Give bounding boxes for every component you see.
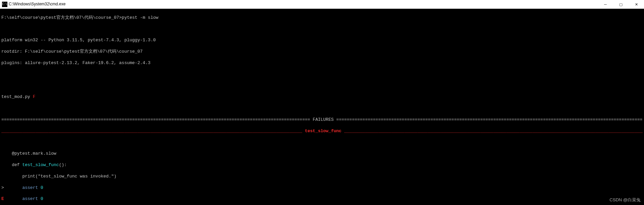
assert-kw: assert (22, 196, 38, 201)
failure-testname-divider: ________________________________________… (1, 129, 643, 134)
close-button[interactable]: ✕ (629, 0, 644, 9)
code-decorator: @pytest.mark.slow (1, 151, 643, 157)
window-title: C:\Windows\System32\cmd.exe (9, 2, 65, 7)
def-paren: (): (59, 162, 67, 167)
run-file: test_mod.py (1, 94, 33, 99)
cmd-icon: C:\ (2, 2, 7, 7)
code-assert-fail: > assert 0 (1, 185, 643, 191)
assert-marker: > (1, 185, 22, 190)
blank-line (1, 27, 643, 32)
window-titlebar: C:\ C:\Windows\System32\cmd.exe ─ ▢ ✕ (0, 0, 644, 9)
assert-kw: assert (22, 185, 38, 190)
code-error: E assert 0 (1, 196, 643, 202)
prompt-path: F:\self\course\pytest官方文档\07\代码\course_0… (1, 15, 122, 20)
platform-line: platform win32 -- Python 3.11.5, pytest-… (1, 38, 643, 43)
failures-divider: ========================================… (1, 117, 643, 123)
prompt-line: F:\self\course\pytest官方文档\07\代码\course_0… (1, 15, 643, 21)
minimize-button[interactable]: ─ (598, 0, 613, 9)
watermark: CSDN @白菜兔 (609, 197, 641, 203)
code-print: print("test_slow_func was invoked.") (1, 174, 643, 180)
run-line: test_mod.py F (1, 94, 643, 100)
blank-line (1, 72, 643, 78)
prompt-command: pytest -m slow (122, 15, 158, 20)
blank-line (1, 106, 643, 111)
def-keyword: def (1, 162, 22, 167)
terminal-body[interactable]: F:\self\course\pytest官方文档\07\代码\course_0… (0, 9, 644, 205)
blank-line (1, 140, 643, 145)
assert-val: 0 (38, 185, 43, 190)
plugins-line: plugins: allure-pytest-2.13.2, Faker-19.… (1, 60, 643, 66)
rootdir-line: rootdir: F:\self\course\pytest官方文档\07\代码… (1, 49, 643, 55)
func-name: test_slow_func (22, 162, 59, 167)
maximize-button[interactable]: ▢ (613, 0, 629, 9)
code-def: def test_slow_func(): (1, 162, 643, 168)
progress-pad (35, 94, 643, 99)
blank-line (1, 83, 643, 89)
error-marker: E (1, 196, 22, 201)
assert-val: 0 (38, 196, 43, 201)
